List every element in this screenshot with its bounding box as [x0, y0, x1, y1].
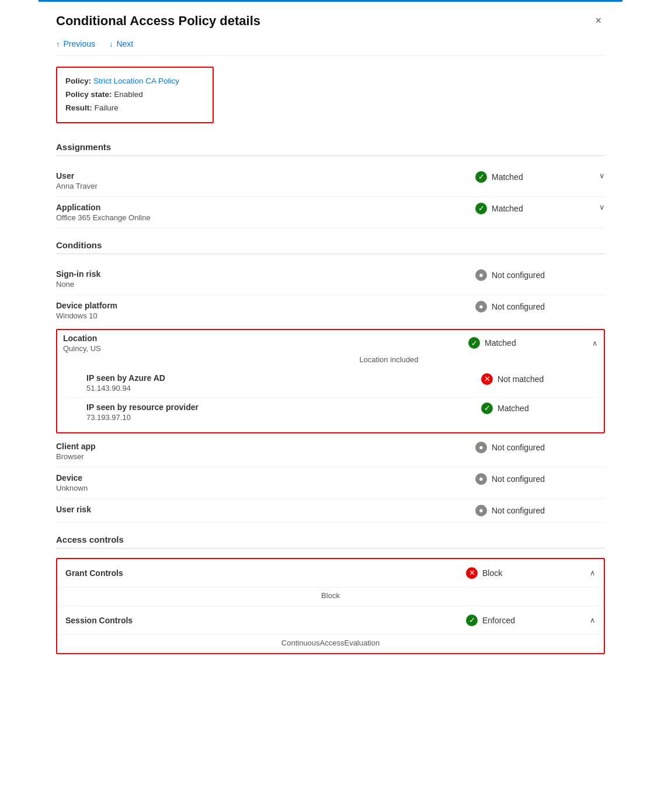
session-controls-left: Session Controls: [65, 616, 466, 625]
ip-resource-row: IP seen by resource provider 73.193.97.1…: [63, 398, 598, 426]
access-controls-section: Access controls Grant Controls ✕ Block ∧…: [56, 535, 605, 654]
grant-controls-left: Grant Controls: [65, 568, 466, 578]
device-platform-left: Device platform Windows 10: [56, 301, 475, 320]
signin-risk-status: Not configured: [492, 270, 545, 280]
location-section-box: Location Quincy, US ✓ Matched ∧ Location…: [56, 329, 605, 433]
grant-controls-row: Grant Controls ✕ Block ∧: [57, 559, 604, 588]
device-right: ● Not configured: [475, 473, 592, 485]
conditions-divider: [56, 254, 605, 254]
application-row-right: ✓ Matched: [475, 203, 592, 214]
application-label: Application: [56, 203, 475, 212]
location-status-icon: ✓: [468, 337, 480, 349]
panel: Conditional Access Policy details × ↑ Pr…: [39, 0, 622, 678]
application-row-left: Application Office 365 Exchange Online: [56, 203, 475, 222]
policy-name-link[interactable]: Strict Location CA Policy: [93, 77, 179, 85]
signin-risk-right: ● Not configured: [475, 269, 592, 281]
previous-arrow: ↑: [56, 40, 60, 48]
next-button[interactable]: ↓ Next: [109, 39, 133, 48]
user-risk-label: User risk: [56, 505, 475, 514]
device-left: Device Unknown: [56, 473, 475, 492]
user-row: User Anna Traver ✓ Matched ∨: [56, 165, 605, 197]
device-platform-row: Device platform Windows 10 ● Not configu…: [56, 295, 605, 327]
user-expand-icon[interactable]: ∨: [599, 171, 605, 180]
device-platform-icon: ●: [475, 301, 487, 313]
device-label: Device: [56, 473, 475, 483]
session-controls-expand[interactable]: ∧: [590, 616, 596, 624]
nav-bar: ↑ Previous ↓ Next: [56, 39, 605, 56]
location-right: ✓ Matched: [468, 337, 585, 349]
client-app-right: ● Not configured: [475, 442, 592, 453]
user-value: Anna Traver: [56, 182, 475, 190]
device-platform-right: ● Not configured: [475, 301, 592, 313]
ip-azure-value: 51.143.90.94: [86, 384, 481, 393]
conditions-title: Conditions: [56, 240, 605, 250]
user-row-left: User Anna Traver: [56, 171, 475, 190]
session-controls-label: Session Controls: [65, 616, 466, 625]
ip-resource-value: 73.193.97.10: [86, 413, 481, 422]
signin-risk-icon: ●: [475, 269, 487, 281]
grant-sub-note: Block: [57, 588, 604, 606]
grant-controls-label: Grant Controls: [65, 568, 466, 578]
signin-risk-label: Sign-in risk: [56, 269, 475, 279]
previous-label: Previous: [64, 39, 95, 48]
ip-resource-status-text: Matched: [498, 404, 529, 413]
previous-button[interactable]: ↑ Previous: [56, 39, 95, 48]
user-risk-row: User risk ● Not configured ∨: [56, 499, 605, 523]
user-risk-right: ● Not configured: [475, 505, 592, 516]
ip-resource-right: ✓ Matched: [481, 402, 598, 414]
assignments-divider: [56, 155, 605, 156]
ip-resource-label: IP seen by resource provider: [86, 402, 481, 412]
user-risk-status: Not configured: [492, 506, 545, 515]
user-label: User: [56, 171, 475, 181]
client-app-value: Browser: [56, 452, 475, 461]
policy-result-label: Result:: [65, 103, 92, 112]
device-status: Not configured: [492, 474, 545, 484]
grant-controls-expand[interactable]: ∧: [590, 568, 596, 577]
application-value: Office 365 Exchange Online: [56, 213, 475, 222]
session-controls-right: ✓ Enforced: [466, 615, 583, 626]
panel-title: Conditional Access Policy details: [56, 13, 260, 29]
grant-box: Grant Controls ✕ Block ∧ Block Session C…: [56, 558, 605, 654]
ip-azure-label: IP seen by Azure AD: [86, 373, 481, 383]
application-row: Application Office 365 Exchange Online ✓…: [56, 197, 605, 228]
client-app-status: Not configured: [492, 443, 545, 452]
policy-summary: Policy: Strict Location CA Policy Policy…: [56, 67, 214, 123]
device-platform-value: Windows 10: [56, 311, 475, 320]
application-status-text: Matched: [492, 204, 523, 213]
policy-label: Policy:: [65, 77, 91, 85]
device-platform-label: Device platform: [56, 301, 475, 310]
grant-controls-icon: ✕: [466, 567, 478, 579]
location-value: Quincy, US: [63, 344, 468, 353]
ip-resource-status-icon: ✓: [481, 402, 493, 414]
session-controls-row: Session Controls ✓ Enforced ∧: [57, 606, 604, 635]
application-expand-icon[interactable]: ∨: [599, 203, 605, 211]
policy-result-value: Failure: [95, 103, 119, 112]
user-status-text: Matched: [492, 172, 523, 182]
location-expand-icon[interactable]: ∧: [592, 339, 598, 348]
ip-azure-row: IP seen by Azure AD 51.143.90.94 ✕ Not m…: [63, 369, 598, 398]
ip-azure-right: ✕ Not matched: [481, 373, 598, 385]
session-sub-note: ContinuousAccessEvaluation: [57, 635, 604, 653]
close-button[interactable]: ×: [592, 13, 605, 28]
ip-resource-left: IP seen by resource provider 73.193.97.1…: [86, 402, 481, 422]
user-risk-left: User risk: [56, 505, 475, 515]
access-controls-title: Access controls: [56, 535, 605, 544]
device-platform-status: Not configured: [492, 302, 545, 311]
ip-azure-status-text: Not matched: [498, 374, 544, 384]
next-label: Next: [116, 39, 133, 48]
application-status-icon: ✓: [475, 203, 487, 214]
user-row-right: ✓ Matched: [475, 171, 592, 183]
panel-header: Conditional Access Policy details ×: [56, 13, 605, 29]
policy-state-label: Policy state:: [65, 90, 112, 99]
user-risk-icon: ●: [475, 505, 487, 516]
client-app-icon: ●: [475, 442, 487, 453]
device-icon: ●: [475, 473, 487, 485]
grant-controls-right: ✕ Block: [466, 567, 583, 579]
grant-controls-status: Block: [482, 568, 502, 578]
location-status-text: Matched: [485, 338, 516, 348]
location-label: Location: [63, 334, 468, 343]
location-left: Location Quincy, US: [63, 334, 468, 353]
user-status-icon: ✓: [475, 171, 487, 183]
ip-azure-status-icon: ✕: [481, 373, 493, 385]
device-row: Device Unknown ● Not configured ∨: [56, 467, 605, 499]
